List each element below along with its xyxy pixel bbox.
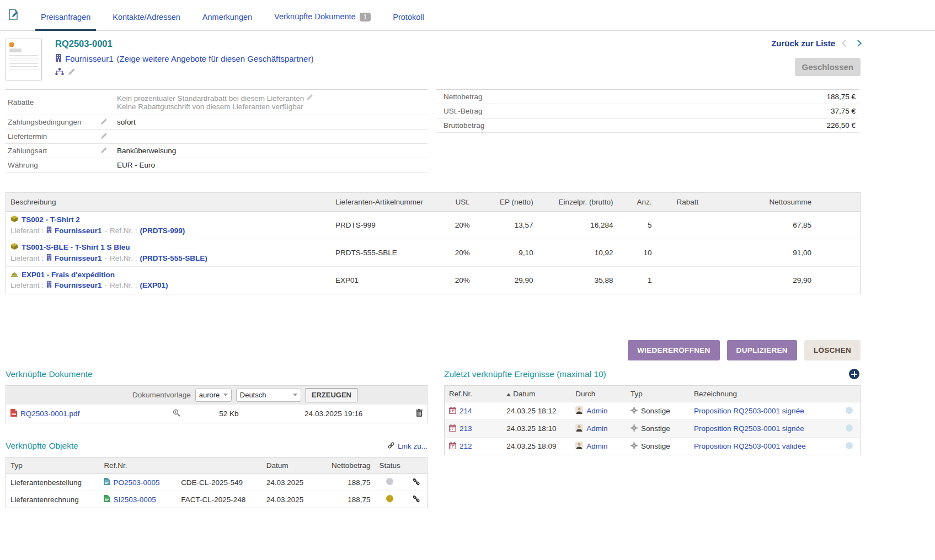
back-to-list-link[interactable]: Zurück zur Liste — [771, 39, 835, 48]
col-qty: Anz. — [618, 193, 656, 211]
delete-button[interactable]: LÖSCHEN — [804, 340, 861, 360]
line-net-total: 67,85 — [703, 211, 860, 239]
linked-object-row: Lieferantenrechnung SI2503-0005 FACT-CL-… — [6, 491, 428, 508]
payment-type-label: Zahlungsart — [6, 144, 98, 158]
supplier-article-number: EXP01 — [331, 266, 430, 294]
col-net-amount: Nettobetrag — [317, 457, 375, 474]
preview-magnifier-icon[interactable] — [173, 410, 180, 418]
edit-project-pencil-icon[interactable] — [68, 68, 76, 77]
tab-preisanfragen[interactable]: Preisanfragen — [30, 7, 101, 30]
object-status-dot — [386, 495, 393, 502]
template-select[interactable]: aurore — [195, 389, 232, 402]
add-event-plus-icon[interactable] — [849, 369, 859, 379]
reopen-button[interactable]: WIEDERERÖFFNEN — [628, 340, 719, 360]
supplier-other-offers-link[interactable]: (Zeige weitere Angebote für diesen Gesch… — [117, 54, 314, 63]
line-unit-gross: 35,88 — [538, 266, 618, 294]
project-sitemap-icon[interactable] — [55, 68, 64, 77]
delete-file-trash-icon[interactable] — [416, 410, 423, 418]
ref-prefix-label: Ref.Nr. : — [110, 254, 137, 262]
gear-icon — [631, 407, 638, 416]
service-link[interactable]: EXP01 - Frais d'expédition — [22, 271, 115, 279]
line-item-row: TS001-S-BLE - T-Shirt 1 S Bleu Lieferant… — [6, 239, 860, 266]
unlink-icon[interactable] — [412, 496, 420, 504]
linked-objects-title: Verknüpfte Objekte — [6, 441, 78, 451]
thumbnail-address-block — [9, 49, 22, 52]
event-label-link[interactable]: Proposition RQ2503-0001 signée — [694, 407, 804, 415]
discount-note-1: Kein prozentualer Standardrabatt bei die… — [117, 94, 425, 103]
event-ref-link[interactable]: 212 — [460, 442, 472, 450]
event-label-link[interactable]: Proposition RQ2503-0001 signée — [694, 424, 804, 433]
event-user-link[interactable]: Admin — [586, 424, 607, 433]
company-icon — [46, 254, 52, 262]
event-status-dot — [846, 442, 853, 449]
linked-objects-table: Typ Ref.Nr. Datum Nettobetrag Status Lie… — [6, 457, 428, 508]
col-event-date[interactable]: Datum — [513, 390, 535, 398]
duplicate-button[interactable]: DUPLIZIEREN — [727, 340, 797, 360]
object-status-dot — [386, 478, 393, 485]
supplier-ref-link[interactable]: (PRDTS-555-SBLE) — [140, 254, 207, 262]
edit-delivery-date-pencil-icon[interactable] — [100, 133, 108, 141]
supplier-ref-link[interactable]: (PRDTS-999) — [140, 227, 185, 235]
service-bell-icon — [10, 271, 18, 279]
col-ref: Ref.Nr. — [99, 457, 177, 474]
purchase-order-link[interactable]: PO2503-0005 — [113, 478, 159, 487]
pdf-preview-thumbnail[interactable] — [6, 39, 42, 80]
pdf-file-icon — [10, 409, 17, 418]
supplier-prefix-label: Lieferant : — [10, 227, 44, 235]
product-link[interactable]: TS002 - T-Shirt 2 — [22, 216, 80, 224]
document-template-label: Dokumentvorlage — [132, 391, 191, 399]
tab-kontakte-adressen[interactable]: Kontakte/Adressen — [101, 7, 191, 30]
product-cube-icon — [10, 215, 18, 224]
company-icon — [46, 281, 52, 289]
col-supplier-article: Lieferanten-Artikelnummer — [331, 193, 430, 211]
sort-asc-icon[interactable] — [506, 393, 511, 396]
calendar-icon — [449, 442, 456, 451]
tab-verknuepfte-dokumente[interactable]: Verknüpfte Dokumente1 — [263, 7, 382, 30]
tab-anmerkungen[interactable]: Anmerkungen — [191, 7, 263, 30]
event-ref-link[interactable]: 213 — [460, 424, 472, 433]
event-user-link[interactable]: Admin — [586, 407, 607, 415]
event-user-link[interactable]: Admin — [586, 442, 607, 450]
line-supplier-link[interactable]: Fournisseur1 — [55, 227, 102, 235]
generate-document-button[interactable]: ERZEUGEN — [306, 388, 357, 402]
col-event-user: Durch — [571, 386, 626, 402]
total-net-row: Nettobetrag 188,75 € — [436, 90, 859, 104]
properties-table: Rabatte Kein prozentualer Standardrabatt… — [6, 89, 428, 173]
totals-table: Nettobetrag 188,75 € USt.-Betrag 37,75 €… — [436, 89, 859, 133]
unlink-icon[interactable] — [412, 479, 420, 487]
tab-protokoll[interactable]: Protokoll — [382, 7, 435, 30]
file-size: 52 Kb — [188, 405, 270, 423]
event-status-dot — [846, 407, 853, 414]
payment-terms-label: Zahlungsbedingungen — [6, 115, 98, 130]
supplier-link[interactable]: Fournisseur1 — [65, 54, 114, 63]
event-label-link[interactable]: Proposition RQ2503-0001 validée — [694, 442, 806, 450]
supplier-price-request-page: Preisanfragen Kontakte/Adressen Anmerkun… — [0, 0, 935, 560]
object-amount: 188,75 — [317, 491, 375, 508]
previous-record-chevron-icon[interactable] — [842, 40, 849, 47]
object-external-ref: FACT-CL-2025-248 — [177, 491, 262, 508]
line-qty: 1 — [618, 266, 656, 294]
supplier-ref-link[interactable]: (EXP01) — [140, 281, 168, 289]
document-file-row: RQ2503-0001.pdf 52 Kb 24.03.2025 19:16 — [6, 405, 428, 423]
col-status: Status — [375, 457, 405, 474]
language-select[interactable]: Deutsch — [236, 389, 301, 402]
product-link[interactable]: TS001-S-BLE - T-Shirt 1 S Bleu — [22, 243, 130, 251]
edit-payment-type-pencil-icon[interactable] — [100, 147, 108, 155]
linked-events-panel: Zuletzt verknüpfte Ereignisse (maximal 1… — [444, 368, 861, 455]
tab-label: Preisanfragen — [41, 13, 90, 21]
link-to-object-link[interactable]: Link zu... — [398, 442, 428, 450]
currency-label: Währung — [6, 158, 98, 173]
detail-panels: Rabatte Kein prozentualer Standardrabatt… — [6, 89, 935, 173]
vat-amount-value: 37,75 € — [687, 104, 859, 119]
line-supplier-link[interactable]: Fournisseur1 — [55, 254, 102, 262]
edit-discount-pencil-icon[interactable] — [306, 94, 313, 103]
pdf-file-link[interactable]: RQ2503-0001.pdf — [20, 410, 79, 418]
event-date: 24.03.25 18:10 — [502, 420, 571, 438]
event-ref-link[interactable]: 214 — [460, 407, 472, 415]
next-record-chevron-icon[interactable] — [854, 40, 862, 47]
user-avatar-icon — [575, 441, 583, 451]
line-items-section: Beschreibung Lieferanten-Artikelnummer U… — [6, 192, 861, 294]
line-supplier-link[interactable]: Fournisseur1 — [55, 281, 102, 289]
supplier-invoice-link[interactable]: SI2503-0005 — [113, 496, 156, 504]
edit-payment-terms-pencil-icon[interactable] — [100, 119, 108, 127]
